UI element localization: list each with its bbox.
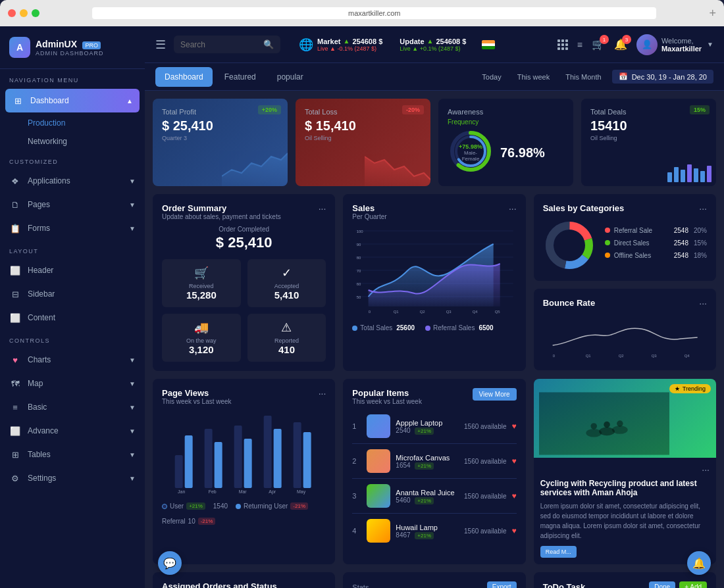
bounce-menu[interactable]: ··· — [699, 298, 707, 308]
tab-popular[interactable]: popular — [268, 67, 313, 87]
this-month-button[interactable]: This Month — [560, 70, 606, 84]
tables-icon: ⊞ — [9, 449, 21, 460]
main-content: ☰ 🔍 🌐 Market ▲ 254608 $ Live ▲ -0.1% (24… — [145, 26, 724, 588]
list-button[interactable]: ≡ — [577, 39, 582, 50]
item-1-name: Appple Laptop — [396, 419, 459, 427]
item-2-stock: 1560 available — [464, 458, 507, 465]
sidebar-item-applications[interactable]: ❖ Applications ▼ — [0, 169, 145, 193]
popular-items-card: Popular Items This week vs Last week Vie… — [343, 379, 525, 564]
svg-rect-10 — [707, 166, 711, 182]
sidebar-item-tables[interactable]: ⊞ Tables ▼ — [0, 443, 145, 466]
chat-bubble[interactable]: 💬 — [158, 551, 182, 575]
sidebar-item-label-charts: Charts — [28, 355, 51, 364]
sidebar-item-settings[interactable]: ⚙ Settings ▼ — [0, 466, 145, 490]
svg-text:90: 90 — [357, 243, 361, 247]
onway-value: 3,120 — [168, 344, 234, 355]
trending-menu[interactable]: ··· — [702, 464, 710, 475]
cart-button[interactable]: 🛒 1 — [592, 38, 605, 51]
today-button[interactable]: Today — [477, 70, 506, 84]
tab-featured[interactable]: Featured — [215, 67, 265, 87]
popular-items-header: Popular Items This week vs Last week Vie… — [352, 388, 516, 405]
notification-button[interactable]: 🔔 3 — [614, 38, 627, 51]
user-welcome: Welcome, — [661, 37, 702, 45]
item-3-heart-icon[interactable]: ♥ — [512, 491, 517, 501]
awareness-value: 76.98% — [500, 145, 545, 160]
new-tab-button[interactable]: + — [709, 7, 716, 20]
popular-item-4: 4 Huwail Lamp 8467 +21% 1560 available ♥ — [352, 514, 516, 548]
star-icon: ★ — [675, 385, 680, 392]
user-section[interactable]: 👤 Welcome, Maxartkiller ▼ — [636, 34, 713, 55]
referral-legend-label: Referral Sale — [614, 227, 652, 234]
svg-rect-36 — [205, 429, 213, 488]
this-week-button[interactable]: This week — [512, 70, 556, 84]
sidebar-item-content[interactable]: ⬜ Content — [0, 306, 145, 330]
sidebar-item-advance[interactable]: ⬜ Advance ▼ — [0, 419, 145, 443]
sidebar-item-header[interactable]: ⬜ Header — [0, 258, 145, 282]
close-dot[interactable] — [8, 9, 16, 17]
popular-items-list: 1 Appple Laptop 2540 +21% 1560 availab — [352, 409, 516, 548]
sales-chart-header: Sales Per Quarter ··· — [352, 203, 516, 220]
item-4-heart-icon[interactable]: ♥ — [512, 526, 517, 535]
search-input[interactable] — [180, 40, 259, 49]
maximize-dot[interactable] — [32, 9, 39, 17]
awareness-value-group: 76.98% — [500, 145, 545, 160]
reported-icon: ⚠ — [254, 320, 320, 335]
notification-float-button[interactable]: 🔔 — [687, 551, 711, 575]
date-range[interactable]: 📅 Dec 30, 19 - Jan 28, 20 — [612, 70, 713, 84]
date-controls: Today This week This Month 📅 Dec 30, 19 … — [477, 70, 713, 84]
hamburger-button[interactable]: ☰ — [155, 37, 166, 52]
view-more-button[interactable]: View More — [473, 388, 517, 401]
add-button[interactable]: + Add — [679, 581, 707, 588]
svg-text:Q2: Q2 — [420, 310, 426, 314]
settings-icon: ⚙ — [9, 472, 21, 484]
svg-rect-6 — [681, 170, 685, 182]
svg-rect-5 — [674, 167, 679, 182]
grid-button[interactable] — [557, 39, 568, 50]
minimize-dot[interactable] — [20, 9, 28, 17]
sales-chart-card: Sales Per Quarter ··· — [343, 194, 525, 371]
advance-icon: ⬜ — [9, 425, 21, 437]
sidebar-item-charts[interactable]: ♥ Charts ▼ — [0, 348, 145, 372]
read-more-button[interactable]: Read M... — [540, 546, 577, 558]
chevron-down-icon3: ▼ — [129, 225, 136, 232]
sidebar-item-sidebar[interactable]: ⊟ Sidebar — [0, 282, 145, 306]
sidebar-item-label-dashboard: Dashboard — [30, 96, 69, 105]
sidebar-item-label-content: Content — [28, 313, 55, 322]
tab-dashboard[interactable]: Dashboard — [155, 67, 213, 87]
categories-menu[interactable]: ··· — [699, 203, 707, 214]
svg-rect-35 — [185, 435, 193, 488]
sidebar-item-basic[interactable]: ≡ Basic ▼ — [0, 395, 145, 419]
sidebar-item-map[interactable]: 🗺 Map ▼ — [0, 372, 145, 395]
svg-text:70: 70 — [357, 269, 361, 273]
awareness-badge: +75.98% — [459, 143, 482, 150]
direct-legend-label: Direct Sales — [614, 239, 650, 247]
order-received: 🛒 Received 15,280 — [162, 259, 241, 307]
referral-badge: -21% — [198, 518, 216, 525]
item-1-heart-icon[interactable]: ♥ — [512, 422, 517, 431]
sidebar-sub-networking[interactable]: Networking — [0, 132, 145, 151]
address-bar[interactable]: maxartkiller.com — [92, 7, 656, 19]
sidebar-item-label-advance: Advance — [28, 426, 59, 435]
export-button[interactable]: Export — [487, 581, 517, 588]
item-4-info: Huwail Lamp 8467 +21% — [396, 524, 459, 539]
sidebar-sub-production[interactable]: Production — [0, 114, 145, 132]
content-icon: ⬜ — [9, 312, 21, 324]
stats-card-2: Stats Export — [343, 572, 525, 588]
sidebar-item-dashboard[interactable]: ⊞ Dashboard ▲ — [5, 89, 140, 112]
direct-legend-pct: 15% — [694, 239, 707, 247]
svg-point-49 — [586, 429, 602, 437]
svg-text:100: 100 — [357, 230, 364, 233]
received-value: 15,280 — [168, 289, 234, 301]
reported-label: Reported — [254, 337, 320, 344]
order-summary-header: Order Summary Update about sales, paymen… — [162, 203, 326, 220]
done-button[interactable]: Done — [649, 581, 675, 588]
svg-text:Q5: Q5 — [495, 310, 501, 314]
update-change-text: ▲ +0.1% (2487 $) — [412, 45, 460, 52]
sidebar-item-pages[interactable]: 🗋 Pages ▼ — [0, 193, 145, 216]
page-views-menu[interactable]: ··· — [319, 388, 326, 399]
popular-title: Popular Items — [352, 388, 422, 398]
order-summary-menu[interactable]: ··· — [319, 203, 326, 214]
sidebar-item-forms[interactable]: 📋 Forms ▼ — [0, 216, 145, 240]
sales-menu[interactable]: ··· — [509, 203, 517, 214]
item-2-heart-icon[interactable]: ♥ — [512, 456, 517, 466]
